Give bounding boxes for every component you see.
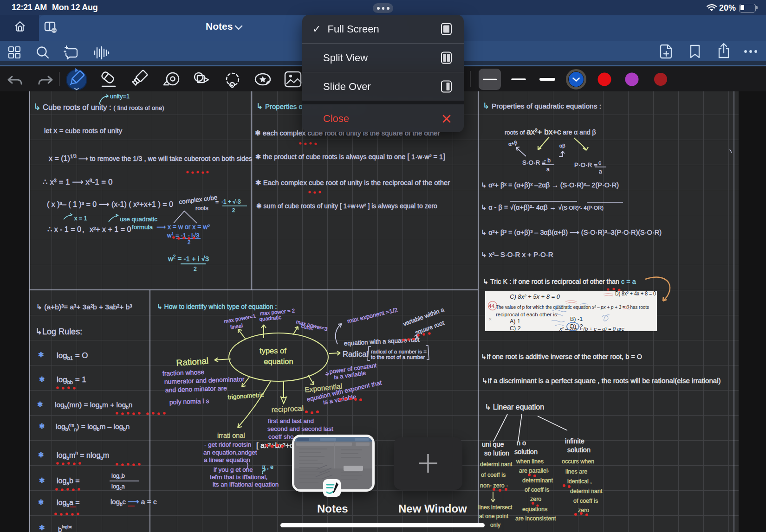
svg-text:roots: roots	[195, 205, 208, 212]
svg-text:α+β: α+β	[508, 140, 518, 147]
svg-text:infinite: infinite	[565, 437, 584, 445]
svg-text:✱: ✱	[39, 375, 45, 383]
svg-text:=: =	[215, 199, 219, 205]
svg-text:coeff sho: coeff sho	[268, 433, 294, 440]
svg-text:π , e: π , e	[262, 464, 273, 470]
svg-text:complex cube: complex cube	[179, 194, 218, 205]
svg-text:n o: n o	[517, 439, 526, 447]
svg-text:A) 1: A) 1	[510, 318, 520, 325]
svg-text:a: a	[546, 166, 550, 173]
svg-text:,: ,	[82, 225, 84, 233]
svg-text:logb(mn) = logbm – logbn: logb(mn) = logbm – logbn	[56, 423, 130, 432]
svg-text:logba =: logba =	[57, 499, 80, 508]
svg-text:x² – 2cx + (b + c – a) = 0 are: x² – 2cx + (b + c – a) = 0 are	[559, 326, 624, 332]
svg-text:✱ Each complex cube root: ✱ Each complex cube root of unity is the…	[255, 179, 450, 186]
svg-text:logbc ⟶ a = c: logbc ⟶ a = c	[110, 497, 157, 507]
svg-text:lines are: lines are	[565, 468, 587, 475]
svg-text:of coeff is: of coeff is	[481, 472, 506, 478]
svg-text:↳If a discriminant is a per: ↳If a discriminant is a perfect square ,…	[482, 377, 721, 385]
svg-text:↳If one root is additive inver: ↳If one root is additive inverse of the …	[481, 353, 642, 360]
svg-text:The value of p for which the q: The value of p for which the quadratic e…	[496, 304, 649, 310]
svg-text:2: 2	[194, 266, 197, 272]
svg-text:when lines: when lines	[516, 458, 544, 465]
svg-text:max exponent =1/2: max exponent =1/2	[346, 306, 398, 325]
svg-text:poly nomia l s: poly nomia l s	[169, 397, 209, 406]
svg-text:are inconsistent: are inconsistent	[515, 515, 556, 522]
svg-text:to the root of a number: to the root of a number	[371, 354, 425, 360]
svg-text:let x = cube roots of unity: let x = cube roots of unity	[44, 126, 123, 135]
svg-text:↳ How to identify which type: ↳ How to identify which type of equation…	[157, 303, 277, 310]
svg-text:∴ x - 1 = 0: ∴ x - 1 = 0	[47, 225, 81, 233]
svg-text:( x )³– ( 1 )³ = 0 ⟶ (x-1) ( x: ( x )³– ( 1 )³ = 0 ⟶ (x-1) ( x²+x+1 ) = …	[47, 200, 173, 208]
svg-text:D) 8x² + 4x + 8 = 0: D) 8x² + 4x + 8 = 0	[615, 290, 656, 297]
svg-text:trigonometric: trigonometric	[227, 391, 264, 401]
svg-text:2: 2	[232, 207, 235, 213]
svg-text:∴ x³ = 1 ⟶ x³-1 = 0: ∴ x³ = 1 ⟶ x³-1 = 0	[43, 178, 112, 186]
svg-text:determi nant: determi nant	[480, 461, 513, 468]
svg-text:logca: logca	[111, 483, 125, 491]
svg-text:↳ α²+ β² = (α+β)² –2αβ → (S·O·: ↳ α²+ β² = (α+β)² –2αβ → (S·O·R)²– 2(P·O…	[481, 181, 619, 189]
svg-text:max power=1: max power=1	[223, 313, 256, 324]
svg-text:lineal: lineal	[230, 322, 243, 330]
svg-text:first and last and: first and last and	[268, 417, 314, 424]
svg-text:zero: zero	[530, 496, 541, 502]
svg-text:reciprocal of each other is:: reciprocal of each other is:	[496, 312, 558, 317]
svg-text:Rational: Rational	[176, 356, 209, 368]
svg-text:×: ×	[489, 317, 492, 322]
svg-text:uni que: uni que	[482, 441, 504, 448]
svg-text:c: c	[598, 160, 601, 166]
svg-text:numerator and denominator: numerator and denominator	[164, 375, 245, 385]
svg-text:logab =: logab =	[57, 477, 80, 486]
svg-text:second and second last: second and second last	[267, 425, 333, 432]
svg-text:so lution: so lution	[484, 449, 509, 457]
svg-text:✱: ✱	[39, 422, 45, 430]
svg-text:- b: - b	[544, 157, 551, 164]
svg-text:and deno minator are: and deno minator are	[165, 384, 227, 394]
svg-text:✱: ✱	[38, 351, 44, 359]
svg-text:✱ sum of cube roots of unit: ✱ sum of cube roots of unity [ 1+w+w² ] …	[256, 202, 437, 210]
svg-text:↳ (a+b)³= a³+ 3a²b + 3ab²+ b³: ↳ (a+b)³= a³+ 3a²b + 3ab²+ b³	[36, 303, 132, 311]
svg-text:C) 2: C) 2	[510, 325, 521, 332]
svg-text:determi nant: determi nant	[570, 488, 603, 494]
svg-text:✱: ✱	[37, 400, 43, 408]
svg-text:↳ α - β = √(α+β)²- 4αβ → √(S·: ↳ α - β = √(α+β)²- 4αβ → √(S·OR)²- 4(P·O…	[481, 204, 604, 211]
svg-text:irrati onal: irrati onal	[217, 432, 245, 439]
svg-text:✱: ✱	[39, 476, 45, 484]
svg-text:↳ Linear equation: ↳ Linear equation	[485, 403, 544, 411]
svg-text:unity=1: unity=1	[110, 93, 130, 100]
svg-text:↳Log Rules:: ↳Log Rules:	[35, 327, 82, 336]
svg-text:of coeff is: of coeff is	[573, 498, 598, 504]
svg-text:solution: solution	[567, 446, 591, 454]
svg-text:teľm that is iľľational,: teľm that is iľľational,	[210, 474, 267, 481]
svg-text:↳ Properties of quadratic equa: ↳ Properties of quadratic equations :	[483, 102, 601, 110]
svg-text:logcb: logcb	[111, 472, 125, 480]
svg-text:a linear equation: a linear equation	[204, 456, 250, 463]
svg-text:αβ: αβ	[559, 143, 565, 148]
svg-text:reciprocal: reciprocal	[271, 404, 304, 414]
svg-text:at one point: at one point	[479, 513, 508, 519]
svg-text:P·O·R =: P·O·R =	[574, 161, 597, 168]
svg-text:formula: formula	[132, 224, 153, 231]
svg-text:↳ α³+ β³ = (α+β)³ – 3αβ(α+β): ↳ α³+ β³ = (α+β)³ – 3αβ(α+β) ⟶ (S·O·R)³–…	[481, 229, 662, 236]
svg-text:zero: zero	[578, 507, 589, 513]
svg-text:Cube roots of unity : ( find r: Cube roots of unity : ( find roots of on…	[43, 103, 164, 111]
svg-text:- get ridof rootsin: - get ridof rootsin	[204, 441, 251, 448]
svg-text:equations: equations	[522, 506, 547, 513]
svg-text:✱: ✱	[39, 524, 45, 532]
svg-text:2: 2	[188, 239, 190, 245]
svg-text:x²+ x + 1 = 0: x²+ x + 1 = 0	[90, 225, 131, 233]
svg-text:lines intersect: lines intersect	[478, 504, 513, 511]
svg-text:logbb = 1: logbb = 1	[57, 375, 86, 385]
svg-text:occurs when: occurs when	[562, 458, 594, 465]
svg-text:x = 1: x = 1	[74, 215, 87, 222]
svg-text:✱ the product of cube roots: ✱ the product of cube roots is always eq…	[255, 152, 445, 161]
svg-text:roots of ax²+ bx+c are α an: roots of ax²+ bx+c are α and β	[505, 128, 596, 136]
svg-text:✱: ✱	[38, 498, 44, 506]
svg-text:logb1 = O: logb1 = O	[57, 351, 88, 361]
svg-text:solution: solution	[514, 448, 538, 455]
svg-text:if you g et one: if you g et one	[214, 466, 253, 473]
svg-text:types of: types of	[260, 346, 286, 355]
svg-text:a: a	[599, 168, 602, 175]
svg-text:x = (1)1/3 ⟶ to remove the 1/: x = (1)1/3 ⟶ to remove the 1/3 , we will…	[49, 154, 252, 162]
svg-text:logb(mn) = logbm + logbn: logb(mn) = logbm + logbn	[55, 401, 132, 410]
